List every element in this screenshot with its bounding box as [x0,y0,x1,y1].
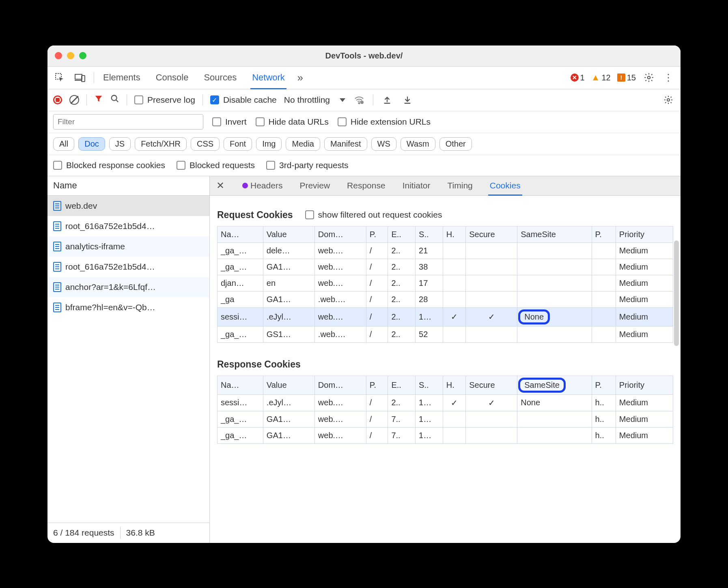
tab-elements[interactable]: Elements [101,67,142,89]
tab-network[interactable]: Network [250,67,286,89]
cookie-cell [592,242,616,259]
separator [94,72,94,83]
throttling-select[interactable]: No throttling [284,95,345,105]
blocked-cookies-checkbox[interactable]: Blocked response cookies [53,160,165,170]
document-icon [53,201,61,211]
cookie-cell: / [366,411,388,427]
hide-extension-urls-checkbox[interactable]: Hide extension URLs [338,117,431,127]
request-row[interactable]: anchor?ar=1&k=6Lfqf… [47,277,209,297]
request-row[interactable]: bframe?hl=en&v=-Qb… [47,297,209,318]
column-header[interactable]: Priority [616,376,673,394]
type-filter-fetchxhr[interactable]: Fetch/XHR [135,137,187,151]
column-header[interactable]: Na… [218,226,263,242]
close-detail-icon[interactable]: ✕ [212,180,228,191]
type-filter-doc[interactable]: Doc [78,137,105,151]
cookie-row[interactable]: sessi….eJyl…web.…/2..1…✓✓Noneh..Medium [218,394,673,411]
request-cookies-table[interactable]: Na…ValueDom…P.E..S..H.SecureSameSiteP.Pr… [217,226,673,343]
type-filter-ws[interactable]: WS [371,137,396,151]
tab-console[interactable]: Console [154,67,190,89]
type-filter-css[interactable]: CSS [191,137,220,151]
issues-badge[interactable]: ! 15 [617,73,636,82]
type-filter-other[interactable]: Other [439,137,472,151]
kebab-menu-icon[interactable]: ⋮ [662,71,675,84]
column-header[interactable]: Value [263,376,314,394]
minimize-window-icon[interactable] [67,52,74,59]
type-filter-js[interactable]: JS [109,137,131,151]
column-header[interactable]: Secure [466,376,517,394]
column-header[interactable]: Dom… [314,376,366,394]
cookie-row[interactable]: djan…enweb.…/2..17Medium [218,275,673,291]
request-row[interactable]: root_616a752e1b5d4… [47,257,209,277]
column-header[interactable]: Na… [218,376,263,394]
column-header[interactable]: P. [592,226,616,242]
inspect-element-icon[interactable] [53,71,66,84]
more-tabs-icon[interactable]: » [294,71,307,84]
type-filter-manifest[interactable]: Manifest [324,137,367,151]
third-party-checkbox[interactable]: 3rd-party requests [266,160,348,170]
filter-toggle-icon[interactable] [94,94,103,106]
column-header[interactable]: H. [443,376,465,394]
request-row[interactable]: root_616a752e1b5d4… [47,216,209,236]
cookie-row[interactable]: _ga_…GS1….web.…/2..52Medium [218,326,673,342]
search-icon[interactable] [110,94,119,106]
column-header[interactable]: Value [263,226,314,242]
hide-data-urls-checkbox[interactable]: Hide data URLs [256,117,329,127]
column-header[interactable]: P. [366,226,388,242]
transfer-size: 36.8 kB [121,528,161,538]
download-har-icon[interactable] [401,93,414,106]
column-header[interactable]: SameSite [517,376,592,394]
column-header[interactable]: Priority [616,226,673,242]
close-window-icon[interactable] [55,52,62,59]
preserve-log-checkbox[interactable]: Preserve log [134,95,195,105]
show-filtered-checkbox[interactable]: show filtered out request cookies [305,210,442,220]
network-conditions-icon[interactable] [353,93,366,106]
disable-cache-checkbox[interactable]: ✓ Disable cache [210,95,277,105]
response-cookies-table[interactable]: Na…ValueDom…P.E..S..H.SecureSameSiteP.Pr… [217,376,673,444]
column-header[interactable]: Secure [466,226,517,242]
network-settings-icon[interactable] [662,93,675,106]
request-row[interactable]: analytics-iframe [47,236,209,257]
cookie-row[interactable]: _ga_…GA1…web.…/7..1…h..Medium [218,427,673,443]
detail-tab-response[interactable]: Response [345,176,387,195]
detail-tab-initiator[interactable]: Initiator [401,176,432,195]
column-header[interactable]: S.. [416,376,443,394]
type-filter-wasm[interactable]: Wasm [401,137,435,151]
scrollbar[interactable] [674,240,679,346]
column-header[interactable]: Dom… [314,226,366,242]
column-header[interactable]: E.. [388,376,416,394]
cookie-row[interactable]: _ga_…GA1…web.…/2..38Medium [218,259,673,275]
request-row[interactable]: web.dev [47,196,209,216]
filter-input[interactable] [53,114,203,130]
cookie-row[interactable]: _gaGA1….web.…/2..28Medium [218,291,673,307]
settings-icon[interactable] [642,71,655,84]
upload-har-icon[interactable] [381,93,394,106]
detail-tab-timing[interactable]: Timing [446,176,474,195]
errors-badge[interactable]: ✕ 1 [571,73,585,82]
name-column-header[interactable]: Name [47,176,209,196]
warnings-badge[interactable]: ▲ 12 [591,72,611,83]
column-header[interactable]: H. [443,226,465,242]
column-header[interactable]: P. [366,376,388,394]
type-filter-img[interactable]: Img [256,137,282,151]
blocked-requests-checkbox[interactable]: Blocked requests [177,160,255,170]
column-header[interactable]: E.. [388,226,416,242]
column-header[interactable]: SameSite [517,226,592,242]
cookie-row[interactable]: _ga_…GA1…web.…/7..1…h..Medium [218,411,673,427]
type-filter-font[interactable]: Font [224,137,252,151]
cookie-cell: 2.. [388,242,416,259]
cookie-row[interactable]: sessi….eJyl…web.…/2..1…✓✓NoneMedium [218,307,673,326]
zoom-window-icon[interactable] [79,52,86,59]
clear-icon[interactable] [69,95,79,105]
cookie-row[interactable]: _ga_…dele…web.…/2..21Medium [218,242,673,259]
type-filter-all[interactable]: All [53,137,74,151]
tab-sources[interactable]: Sources [202,67,238,89]
device-toolbar-icon[interactable] [73,71,86,84]
type-filter-media[interactable]: Media [286,137,320,151]
invert-checkbox[interactable]: Invert [212,117,247,127]
column-header[interactable]: P. [592,376,616,394]
detail-tab-headers[interactable]: Headers [241,176,284,195]
detail-tab-preview[interactable]: Preview [298,176,332,195]
column-header[interactable]: S.. [416,226,443,242]
detail-tab-cookies[interactable]: Cookies [488,176,522,195]
record-icon[interactable] [53,95,62,104]
